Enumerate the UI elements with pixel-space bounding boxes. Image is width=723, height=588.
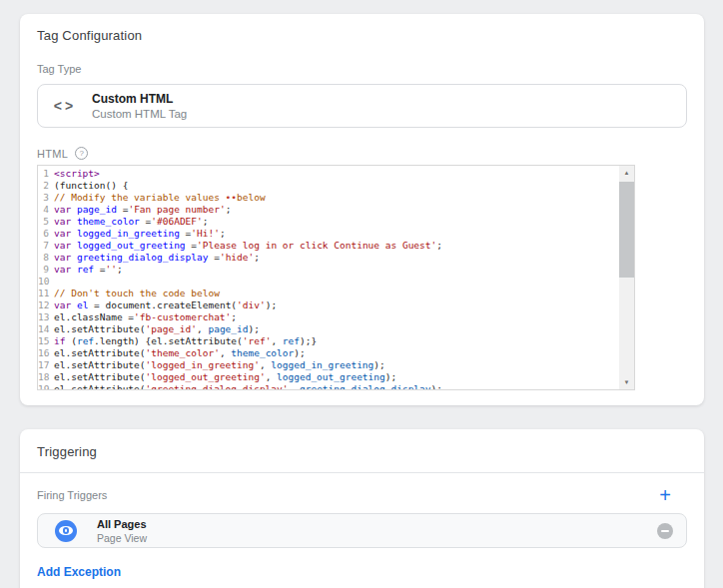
code-line: 10	[38, 276, 634, 288]
trigger-type: Page View	[97, 532, 147, 544]
firing-triggers-row: Firing Triggers +	[37, 486, 687, 504]
code-line: 7var logged_out_greeting ='Please log in…	[38, 240, 634, 252]
minus-icon	[661, 530, 669, 532]
line-number: 11	[38, 288, 54, 299]
eye-shape	[59, 526, 73, 536]
trigger-name: All Pages	[97, 518, 147, 530]
line-number: 12	[38, 299, 54, 311]
code-line: 5var theme_color ='#06ADEF';	[38, 216, 634, 228]
add-exception-link[interactable]: Add Exception	[37, 565, 121, 579]
line-number: 17	[38, 359, 54, 371]
triggering-title: Triggering	[37, 444, 687, 459]
line-number: 19	[38, 383, 54, 390]
code-line: 17el.setAttribute('logged_in_greeting', …	[38, 359, 634, 371]
line-number: 6	[38, 228, 54, 240]
code-line: 11// Don't touch the code below	[38, 288, 634, 299]
code-line: 3// Modify the variable values ••below	[38, 192, 634, 204]
line-number: 7	[38, 240, 54, 252]
tag-type-label: Tag Type	[37, 63, 687, 75]
line-number: 10	[38, 276, 54, 288]
code-line: 8var greeting_dialog_display ='hide';	[38, 252, 634, 264]
line-number: 16	[38, 347, 54, 359]
line-number: 5	[38, 216, 54, 228]
tag-configuration-title: Tag Configuration	[37, 28, 687, 43]
help-icon[interactable]: ?	[75, 147, 88, 160]
code-line: 15if (ref.length) {el.setAttribute('ref'…	[38, 335, 634, 347]
code-line: 13el.className ='fb-customerchat';	[38, 311, 634, 323]
code-line: 1<script>	[38, 168, 634, 180]
code-line: 14el.setAttribute('page_id', page_id);	[38, 323, 634, 335]
html-code-editor[interactable]: 1<script>2(function() {3// Modify the va…	[37, 165, 635, 390]
code-icon: <>	[38, 98, 92, 114]
line-number: 2	[38, 180, 54, 192]
code-line: 16el.setAttribute('theme_color', theme_c…	[38, 347, 634, 359]
code-lines: 1<script>2(function() {3// Modify the va…	[38, 166, 634, 390]
tag-type-selector[interactable]: <> Custom HTML Custom HTML Tag	[37, 84, 687, 128]
code-line: 19el.setAttribute('greeting_dialog_displ…	[38, 383, 634, 390]
line-number: 14	[38, 323, 54, 335]
html-field-label: HTML	[37, 148, 68, 160]
tag-type-name: Custom HTML	[92, 92, 187, 106]
line-number: 18	[38, 371, 54, 383]
code-line: 4var page_id ='Fan page number';	[38, 204, 634, 216]
scroll-down-arrow-icon[interactable]: ▼	[619, 375, 634, 389]
code-line: 12var el = document.createElement('div')…	[38, 299, 634, 311]
code-line: 18el.setAttribute('logged_out_greeting',…	[38, 371, 634, 383]
tag-configuration-card: Tag Configuration Tag Type <> Custom HTM…	[20, 14, 704, 405]
eye-pupil	[63, 527, 70, 534]
tag-type-description: Custom HTML Tag	[92, 108, 187, 120]
tag-type-text: Custom HTML Custom HTML Tag	[92, 92, 187, 120]
line-number: 13	[38, 311, 54, 323]
firing-triggers-label: Firing Triggers	[37, 489, 107, 501]
line-number: 1	[38, 168, 54, 180]
add-trigger-button[interactable]: +	[659, 486, 671, 504]
line-number: 9	[38, 264, 54, 276]
triggering-card: Triggering Firing Triggers + All Pages P…	[20, 429, 704, 588]
code-line: 9var ref ='';	[38, 264, 634, 276]
code-line: 6var logged_in_greeting ='Hi!';	[38, 228, 634, 240]
line-number: 4	[38, 204, 54, 216]
editor-scrollbar-thumb[interactable]	[619, 182, 634, 278]
line-number: 8	[38, 252, 54, 264]
trigger-text: All Pages Page View	[97, 518, 147, 544]
page-view-eye-icon	[55, 520, 77, 542]
triggering-divider	[20, 472, 704, 473]
code-line: 2(function() {	[38, 180, 634, 192]
remove-trigger-button[interactable]	[657, 523, 673, 539]
trigger-row-all-pages[interactable]: All Pages Page View	[37, 513, 687, 548]
line-number: 15	[38, 335, 54, 347]
page: Tag Configuration Tag Type <> Custom HTM…	[0, 0, 723, 588]
editor-scrollbar[interactable]: ▲ ▼	[619, 166, 634, 389]
scroll-up-arrow-icon[interactable]: ▲	[619, 166, 634, 180]
line-number: 3	[38, 192, 54, 204]
html-label-row: HTML ?	[37, 147, 687, 160]
